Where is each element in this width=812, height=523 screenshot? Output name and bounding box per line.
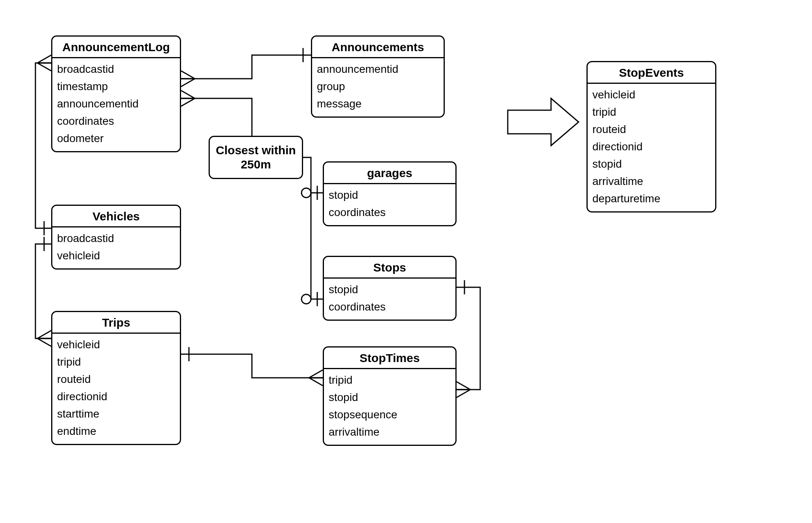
entity-announcements: Announcements announcementid group messa… bbox=[311, 35, 445, 118]
entity-attr: routeid bbox=[57, 371, 175, 388]
entity-trips: Trips vehicleid tripid routeid direction… bbox=[51, 311, 181, 445]
entity-garages: garages stopid coordinates bbox=[323, 161, 457, 226]
entity-attr: departuretime bbox=[592, 190, 710, 207]
entity-attr: timestamp bbox=[57, 78, 175, 95]
svg-marker-9 bbox=[508, 98, 579, 146]
entity-attr: stopid bbox=[329, 187, 451, 204]
entity-attr: message bbox=[317, 95, 439, 113]
entity-title: AnnouncementLog bbox=[52, 37, 180, 58]
entity-announcementlog: AnnouncementLog broadcastid timestamp an… bbox=[51, 35, 181, 152]
entity-attr: vehicleid bbox=[57, 336, 175, 353]
entity-stoptimes: StopTimes tripid stopid stopsequence arr… bbox=[323, 346, 457, 446]
entity-attr: group bbox=[317, 78, 439, 95]
entity-attr: announcementid bbox=[317, 61, 439, 78]
entity-attr: stopid bbox=[329, 389, 451, 406]
entity-title: Trips bbox=[52, 312, 180, 334]
entity-attr: broadcastid bbox=[57, 61, 175, 78]
entity-attr: vehicleid bbox=[592, 86, 710, 103]
entity-attr: vehicleid bbox=[57, 247, 175, 264]
relationship-label-line: 250m bbox=[210, 157, 302, 172]
entity-attr: arrivaltime bbox=[329, 423, 451, 441]
entity-attr: coordinates bbox=[329, 204, 451, 221]
svg-point-1 bbox=[301, 188, 311, 198]
entity-attr: broadcastid bbox=[57, 230, 175, 247]
entity-title: Stops bbox=[324, 257, 455, 279]
entity-stopevents: StopEvents vehicleid tripid routeid dire… bbox=[586, 61, 716, 213]
entity-attr: coordinates bbox=[329, 298, 451, 316]
entity-attr: odometer bbox=[57, 130, 175, 147]
entity-attr: directionid bbox=[57, 388, 175, 405]
entity-title: garages bbox=[324, 163, 455, 184]
diagram-canvas: AnnouncementLog broadcastid timestamp an… bbox=[0, 0, 812, 523]
entity-title: StopEvents bbox=[588, 62, 715, 84]
entity-attr: coordinates bbox=[57, 113, 175, 130]
entity-attr: announcementid bbox=[57, 95, 175, 113]
entity-attr: tripid bbox=[592, 103, 710, 121]
entity-vehicles: Vehicles broadcastid vehicleid bbox=[51, 205, 181, 270]
entity-attr: tripid bbox=[329, 371, 451, 389]
entity-attr: stopid bbox=[329, 281, 451, 298]
entity-attr: routeid bbox=[592, 121, 710, 138]
svg-point-3 bbox=[301, 294, 311, 304]
entity-attr: tripid bbox=[57, 353, 175, 371]
entity-attr: endtime bbox=[57, 423, 175, 440]
entity-attr: arrivaltime bbox=[592, 173, 710, 190]
entity-attr: stopid bbox=[592, 155, 710, 173]
entity-title: StopTimes bbox=[324, 347, 455, 369]
entity-stops: Stops stopid coordinates bbox=[323, 256, 457, 321]
relationship-closest-within: Closest within 250m bbox=[209, 136, 303, 179]
entity-title: Announcements bbox=[312, 37, 444, 58]
entity-attr: directionid bbox=[592, 138, 710, 155]
relationship-label-line: Closest within bbox=[210, 143, 302, 157]
entity-title: Vehicles bbox=[52, 206, 180, 227]
entity-attr: starttime bbox=[57, 405, 175, 423]
entity-attr: stopsequence bbox=[329, 406, 451, 423]
